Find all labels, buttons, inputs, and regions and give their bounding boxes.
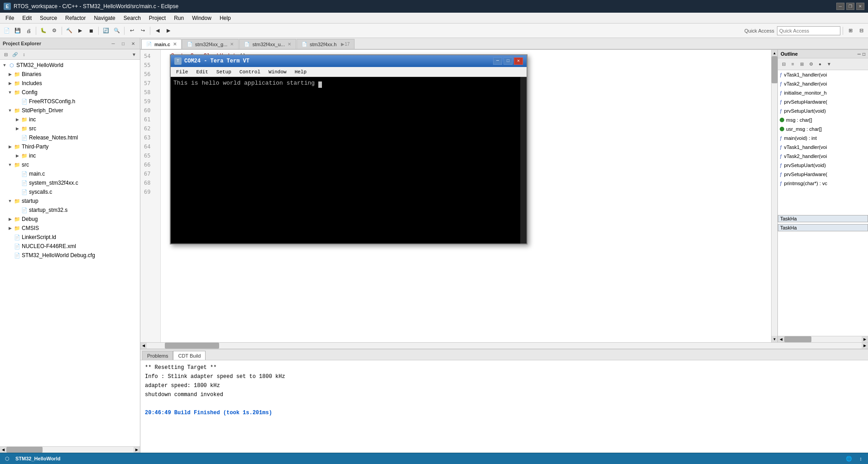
outline-item-6[interactable]: msg : char[] [778, 115, 868, 124]
toolbar-run-config[interactable]: ⚙ [49, 26, 59, 36]
rp-btn1[interactable]: ⊟ [780, 60, 788, 68]
tt-control[interactable]: Control [236, 67, 264, 77]
toolbar-search[interactable]: 🔍 [112, 26, 122, 36]
outline-item-8[interactable]: ƒ main(void) : int [778, 134, 868, 143]
tree-mainc[interactable]: 📄 main.c [0, 169, 140, 178]
tree-linker[interactable]: 📄 LinkerScript.ld [0, 233, 140, 242]
rp-scroll-right[interactable]: ▶ [862, 336, 868, 342]
outline-item-11[interactable]: ƒ prvSetupUart(void) [778, 161, 868, 170]
tab-stm32g[interactable]: 📄 stm32f4xx_g... ✕ [182, 39, 239, 49]
outline-item-5[interactable]: ƒ prvSetupUart(void) [778, 106, 868, 115]
toolbar-open-perspective[interactable]: ⊟ [856, 26, 866, 36]
tt-minimize[interactable]: ─ [493, 57, 502, 65]
menu-edit[interactable]: Edit [19, 14, 35, 22]
menu-project[interactable]: Project [145, 14, 169, 22]
window-controls[interactable]: ─ ❐ ✕ [836, 3, 864, 10]
tt-help[interactable]: Help [291, 67, 310, 77]
pe-bottom-scroll[interactable]: ◀ ▶ [0, 446, 140, 453]
pe-scroll-left[interactable]: ◀ [0, 447, 6, 453]
tree-inc[interactable]: ▶ 📁 inc [0, 151, 140, 160]
tree-binaries[interactable]: ▶ 📁 Binaries [0, 70, 140, 79]
tab-stm32u-close[interactable]: ✕ [288, 42, 291, 47]
toolbar-print[interactable]: 🖨 [24, 26, 34, 36]
tree-includes[interactable]: ▶ 📁 Includes [0, 79, 140, 88]
tree-startup[interactable]: ▼ 📁 startup [0, 196, 140, 206]
tt-scrollbar[interactable] [520, 77, 527, 244]
tree-freertos-config[interactable]: 📄 FreeRTOSConfig.h [0, 97, 140, 106]
rp-btn5[interactable]: ● [816, 60, 824, 68]
hscroll-right[interactable]: ▶ [862, 343, 868, 349]
tt-file[interactable]: File [173, 67, 192, 77]
rp-btn3[interactable]: ⊞ [798, 60, 806, 68]
tab-mainc-close[interactable]: ✕ [173, 42, 177, 47]
outline-item-7[interactable]: usr_msg : char[] [778, 124, 868, 134]
outline-item-12[interactable]: ƒ prvSetupHardware( [778, 170, 868, 179]
menu-window[interactable]: Window [188, 14, 215, 22]
menu-help[interactable]: Help [216, 14, 235, 22]
bp-tab-problems[interactable]: Problems [142, 351, 173, 360]
tt-window[interactable]: Window [265, 67, 290, 77]
menu-file[interactable]: File [2, 14, 18, 22]
pe-view-menu[interactable]: ▼ [130, 50, 138, 58]
outline-item-3[interactable]: ƒ initialise_monitor_h [778, 88, 868, 97]
rp-minimize[interactable]: ─ [858, 52, 861, 57]
toolbar-next[interactable]: ▶ [163, 26, 173, 36]
vscroll-up[interactable]: ▲ [772, 50, 777, 56]
tab-stm32g-close[interactable]: ✕ [230, 42, 234, 47]
tt-terminal[interactable]: This is hello world application starting [171, 77, 527, 244]
pe-collapse-all[interactable]: ⊟ [2, 50, 10, 58]
toolbar-refresh[interactable]: 🔄 [101, 26, 111, 36]
tree-cmsis[interactable]: ▶ 📁 CMSIS [0, 224, 140, 233]
toolbar-redo[interactable]: ↪ [138, 26, 148, 36]
tree-system[interactable]: 📄 system_stm32f4xx.c [0, 178, 140, 187]
tree-stdperiph[interactable]: ▼ 📁 StdPeriph_Driver [0, 106, 140, 115]
pe-link-editor[interactable]: 🔗 [11, 50, 19, 58]
minimize-button[interactable]: ─ [836, 3, 844, 10]
toolbar-debug[interactable]: 🐛 [38, 26, 48, 36]
rp-maximize[interactable]: □ [863, 52, 865, 57]
teraterm-window[interactable]: T COM24 - Tera Term VT ─ □ ✕ File Edit S… [170, 54, 528, 244]
hscroll-thumb[interactable] [165, 343, 219, 349]
menu-run[interactable]: Run [170, 14, 187, 22]
rp-btn6[interactable]: ▼ [825, 60, 833, 68]
toolbar-perspective[interactable]: ⊞ [845, 26, 855, 36]
outline-item-2[interactable]: ƒ vTask2_handler(voi [778, 79, 868, 88]
toolbar-stop[interactable]: ⏹ [86, 26, 96, 36]
code-editor[interactable]: SystemCoreClockUpdate(); [161, 50, 771, 342]
outline-item-1[interactable]: ƒ vTask1_handler(voi [778, 70, 868, 79]
outline-item-9[interactable]: ƒ vTask1_handler(voi [778, 143, 868, 152]
outline-item-10[interactable]: ƒ vTask2_handler(voi [778, 152, 868, 161]
toolbar-build-all[interactable]: ▶ [75, 26, 85, 36]
tree-debugcfg[interactable]: 📄 STM32_HelloWorld Debug.cfg [0, 251, 140, 260]
rp-scroll-thumb[interactable] [784, 336, 811, 342]
close-button[interactable]: ✕ [856, 3, 864, 10]
outline-item-13[interactable]: ƒ printmsg(char*) : vc [778, 179, 868, 188]
pe-scroll-right[interactable]: ▶ [134, 447, 140, 453]
rp-btn2[interactable]: ≡ [789, 60, 797, 68]
editor-hscroll[interactable]: ◀ ▶ [140, 342, 868, 349]
tab-stm32u[interactable]: 📄 stm32f4xx_u... ✕ [239, 39, 296, 49]
toolbar-new[interactable]: 📄 [2, 26, 12, 36]
pe-scroll-thumb[interactable] [6, 447, 43, 453]
outline-item-4[interactable]: ƒ prvSetupHardware( [778, 97, 868, 106]
toolbar-undo[interactable]: ↩ [127, 26, 137, 36]
tab-stm32h[interactable]: 📄 stm32f4xx.h ▶17 [297, 39, 355, 49]
tt-winbtns[interactable]: ─ □ ✕ [493, 57, 523, 65]
tt-close[interactable]: ✕ [514, 57, 523, 65]
pe-sync[interactable]: ↕ [20, 50, 28, 58]
toolbar-build[interactable]: 🔨 [64, 26, 74, 36]
tree-stdperiph-inc[interactable]: ▶ 📁 inc [0, 115, 140, 124]
pe-minimize[interactable]: ─ [109, 39, 117, 48]
tree-syscalls[interactable]: 📄 syscalls.c [0, 187, 140, 196]
tt-setup[interactable]: Setup [213, 67, 235, 77]
tt-edit[interactable]: Edit [192, 67, 211, 77]
toolbar-prev[interactable]: ◀ [153, 26, 163, 36]
menu-source[interactable]: Source [36, 14, 61, 22]
tree-release-notes[interactable]: 📄 Release_Notes.html [0, 133, 140, 142]
tt-titlebar[interactable]: T COM24 - Tera Term VT ─ □ ✕ [171, 55, 527, 67]
vscroll-down[interactable]: ▼ [772, 336, 777, 342]
vscroll-thumb[interactable] [772, 56, 777, 83]
quick-access-input[interactable] [777, 26, 840, 35]
tab-mainc[interactable]: 📄 main.c ✕ [141, 39, 182, 49]
menu-search[interactable]: Search [120, 14, 144, 22]
